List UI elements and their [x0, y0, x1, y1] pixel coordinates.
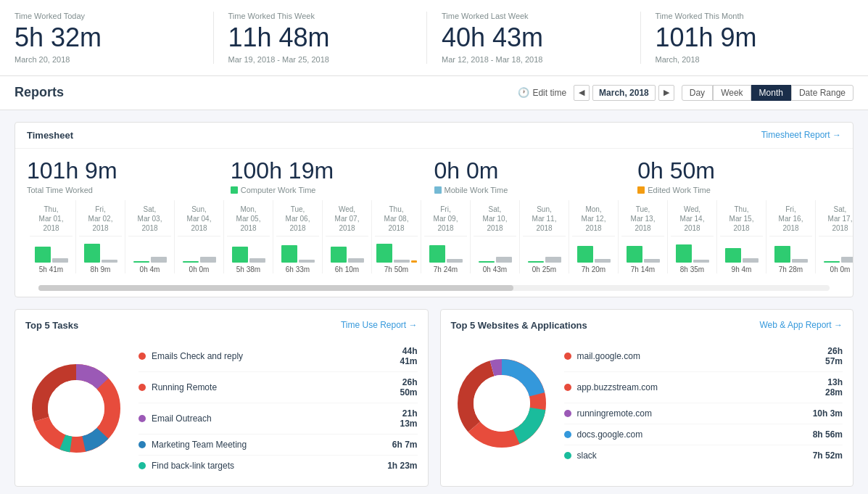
- day-button[interactable]: Day: [682, 85, 713, 101]
- bottom-sections: Top 5 Tasks Time Use Report → Ema: [15, 309, 853, 487]
- green-bar: [725, 248, 741, 263]
- gray-bar: [52, 258, 68, 263]
- website-left: app.buzzstream.com: [564, 382, 658, 392]
- stat-week-value: 11h 48m: [228, 23, 413, 52]
- website-time: 26h 57m: [825, 346, 843, 366]
- svg-point-5: [48, 380, 104, 437]
- task-left: Marketing Team Meeting: [139, 440, 247, 450]
- edit-time-button[interactable]: 🕐 Edit time: [518, 87, 566, 98]
- stat-month-value: 101h 9m: [656, 23, 840, 52]
- ts-computer-label: Computer Work Time: [231, 186, 434, 194]
- gray-bar: [249, 258, 265, 263]
- gray-bar: [200, 257, 216, 263]
- scrollbar-thumb[interactable]: [38, 285, 513, 291]
- ts-mobile-label: Mobile Work Time: [434, 186, 638, 194]
- ts-total-text: Total Time Worked: [27, 186, 93, 194]
- task-dot: [139, 441, 146, 448]
- stat-month-label: Time Worked This Month: [656, 12, 840, 20]
- task-dot: [139, 462, 146, 469]
- day-header: Fri,Mar 09,2018: [424, 200, 467, 236]
- top-stats-row: Time Worked Today 5h 32m March 20, 2018 …: [0, 0, 868, 76]
- website-left: docs.google.com: [564, 429, 643, 440]
- day-header: Sat,Mar 10,2018: [474, 200, 516, 236]
- website-dot: [564, 410, 571, 417]
- prev-month-button[interactable]: ◀: [574, 85, 590, 101]
- day-col: Sat,Mar 03,20180h 4m: [125, 200, 175, 273]
- reports-title: Reports: [15, 85, 64, 100]
- stat-today-date: March 20, 2018: [15, 55, 199, 64]
- green-bar: [84, 244, 100, 263]
- day-time-label: 0h 25m: [523, 265, 566, 273]
- task-name: Marketing Team Meeting: [152, 440, 247, 450]
- stat-today-value: 5h 32m: [15, 23, 199, 52]
- task-name: Find back-link targets: [152, 461, 234, 471]
- stat-this-month: Time Worked This Month 101h 9m March, 20…: [641, 12, 854, 64]
- timesheet-header: Timesheet Timesheet Report →: [15, 123, 853, 149]
- website-dot: [564, 452, 571, 459]
- green-bar: [479, 261, 495, 263]
- task-row: Emails Check and reply 44h 41m: [139, 341, 418, 372]
- day-header: Thu,Mar 15,2018: [720, 200, 763, 236]
- tasks-list: Emails Check and reply 44h 41m Running R…: [139, 341, 418, 476]
- ts-computer-text: Computer Work Time: [241, 186, 316, 194]
- day-time-label: 0h 4m: [128, 265, 171, 273]
- gray-bar: [394, 260, 410, 263]
- gray-bar: [348, 258, 364, 263]
- day-bars: [474, 241, 516, 263]
- next-month-button[interactable]: ▶: [658, 85, 674, 101]
- task-name: Running Remote: [152, 382, 217, 392]
- time-use-report-link[interactable]: Time Use Report →: [341, 320, 418, 330]
- edited-legend-dot: [637, 186, 645, 194]
- gray-bar: [496, 257, 512, 263]
- month-button[interactable]: Month: [751, 85, 791, 101]
- day-header: Mon,Mar 12,2018: [572, 200, 615, 236]
- tasks-card-inner: Emails Check and reply 44h 41m Running R…: [25, 341, 418, 476]
- day-bars: [178, 241, 220, 263]
- website-left: runningremote.com: [564, 408, 652, 419]
- ts-computer: 100h 19m Computer Work Time: [231, 157, 434, 194]
- day-col: Thu,Mar 15,20189h 4m: [717, 200, 766, 273]
- green-bar: [774, 246, 790, 263]
- ts-computer-value: 100h 19m: [231, 157, 434, 184]
- day-header: Thu,Mar 08,2018: [375, 200, 418, 236]
- calendar-scroll[interactable]: Thu,Mar 01,20185h 41mFri,Mar 02,20188h 9…: [15, 200, 853, 282]
- website-name: slack: [577, 450, 597, 461]
- stat-week-label: Time Worked This Week: [228, 12, 413, 20]
- gray-bar: [447, 259, 463, 263]
- gray-bar: [693, 260, 709, 263]
- timesheet-stats: 101h 9m Total Time Worked 100h 19m Compu…: [15, 149, 853, 200]
- current-month-label: March, 2018: [592, 85, 656, 101]
- green-bar: [35, 247, 51, 263]
- tasks-card-header: Top 5 Tasks Time Use Report →: [25, 320, 418, 331]
- week-button[interactable]: Week: [713, 85, 751, 101]
- web-app-report-link[interactable]: Web & App Report →: [759, 320, 843, 330]
- ts-mobile-text: Mobile Work Time: [445, 186, 508, 194]
- day-time-label: 0h 0m: [178, 265, 220, 273]
- gray-bar: [151, 257, 167, 263]
- task-dot: [139, 384, 146, 391]
- website-time: 13h 28m: [825, 377, 843, 398]
- day-time-label: 8h 35m: [671, 265, 714, 273]
- website-name: mail.google.com: [577, 351, 640, 361]
- day-col: Fri,Mar 02,20188h 9m: [76, 200, 125, 273]
- green-bar: [627, 246, 642, 263]
- day-time-label: 7h 14m: [621, 265, 664, 273]
- day-header: Sat,Mar 03,2018: [128, 200, 171, 236]
- day-header: Sat,Mar 17,2018: [819, 200, 853, 236]
- timesheet-section: Timesheet Timesheet Report → 101h 9m Tot…: [15, 122, 853, 297]
- gray-bar: [299, 260, 315, 263]
- task-time: 26h 50m: [400, 377, 417, 398]
- day-time-label: 7h 50m: [375, 265, 418, 273]
- timesheet-report-link[interactable]: Timesheet Report →: [761, 130, 841, 140]
- day-header: Sun,Mar 04,2018: [178, 200, 220, 236]
- website-time: 7h 52m: [813, 450, 843, 461]
- scrollbar-track[interactable]: [38, 285, 830, 291]
- task-time: 21h 13m: [400, 408, 417, 429]
- green-bar: [429, 245, 445, 263]
- stat-lastweek-value: 40h 43m: [442, 23, 626, 52]
- day-bars: [375, 241, 418, 263]
- ts-edited: 0h 50m Edited Work Time: [637, 157, 841, 194]
- date-range-button[interactable]: Date Range: [791, 85, 853, 101]
- svg-point-11: [474, 375, 530, 432]
- ts-mobile: 0h 0m Mobile Work Time: [434, 157, 638, 194]
